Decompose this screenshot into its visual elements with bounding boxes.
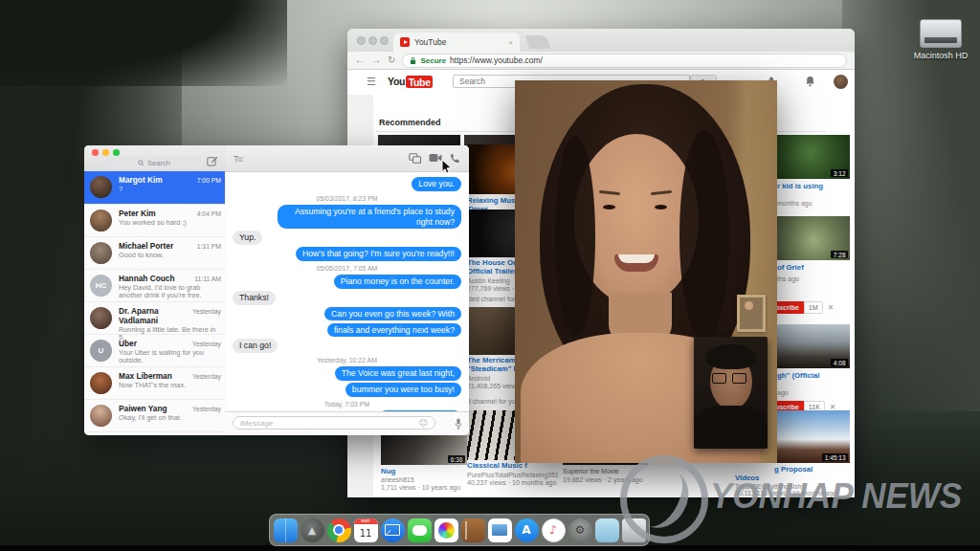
wallpaper-cliff-right: [842, 0, 980, 411]
message-bubble: Love you.: [412, 177, 461, 191]
video-thumbnail[interactable]: 7:28: [777, 216, 850, 260]
window-close-button[interactable]: [92, 149, 99, 156]
calendar-icon[interactable]: MAY11: [354, 518, 378, 542]
imessage-input[interactable]: iMessage ☺: [233, 416, 435, 430]
message-bubble: Can you even go this week? With: [324, 307, 461, 321]
reload-icon[interactable]: ↻: [388, 55, 395, 65]
timestamp: 05/05/2017, 7:05 AM: [317, 265, 378, 272]
itunes-icon[interactable]: ♪: [542, 518, 566, 542]
video-title[interactable]: gh" (Official: [777, 372, 850, 381]
close-tab-icon[interactable]: ×: [508, 38, 513, 47]
back-icon[interactable]: ←: [355, 55, 365, 65]
conversation-row[interactable]: Margot Kim7:00 PM?: [84, 171, 225, 204]
forward-icon[interactable]: →: [371, 55, 381, 65]
youtube-favicon: [400, 37, 410, 47]
url-field[interactable]: Secure https://www.youtube.com/: [402, 54, 847, 68]
conversation-row[interactable]: U UberYesterdayYour Uber is waiting for …: [84, 334, 225, 366]
message-thread: Love you. 05/03/2017, 8:23 PM Assuming y…: [225, 172, 469, 412]
system-preferences-icon[interactable]: ⚙: [568, 518, 592, 542]
avatar-initials: HC: [90, 275, 112, 297]
messages-icon[interactable]: [408, 518, 432, 542]
glasses-icon: [712, 373, 726, 384]
tab-title: YouTube: [414, 37, 503, 47]
account-avatar[interactable]: [834, 75, 848, 89]
facetime-video-window: [515, 80, 777, 463]
photos-icon[interactable]: [434, 518, 458, 542]
mouse-cursor: [441, 159, 453, 175]
subscriber-count: 1M: [804, 301, 823, 314]
microphone-icon[interactable]: [455, 418, 462, 430]
finder-icon[interactable]: [274, 518, 298, 542]
notifications-bell-icon[interactable]: [805, 76, 815, 87]
message-bubble: Assuming you're at a friend's place to s…: [278, 205, 461, 229]
youtube-logo[interactable]: YouTube: [388, 76, 433, 87]
video-duration: 3:12: [831, 169, 848, 177]
caller-smile: [614, 254, 658, 272]
dismiss-icon[interactable]: ✕: [823, 301, 835, 314]
messages-sidebar: Search Margot Kim7:00 PM? Peter Kim4:04 …: [84, 145, 226, 435]
video-call-icon[interactable]: [429, 153, 442, 163]
menu-icon[interactable]: ☰: [367, 76, 376, 88]
window-close-button[interactable]: [357, 36, 366, 45]
chat-header: To:: [225, 145, 469, 172]
message-bubble: I can go!: [233, 339, 278, 353]
video-title[interactable]: g Proposal: [774, 466, 851, 474]
compose-icon[interactable]: [207, 156, 218, 166]
disk-label: Macintosh HD: [907, 51, 974, 60]
video-title[interactable]: of Grief: [777, 264, 850, 273]
video-duration: 7:28: [831, 251, 848, 258]
logo-you: You: [388, 76, 405, 87]
video-title[interactable]: Nug: [381, 468, 486, 476]
preview-icon[interactable]: [488, 518, 512, 542]
sidebar-header: Search: [84, 145, 225, 172]
screen-share-icon[interactable]: [409, 153, 421, 164]
chrome-icon[interactable]: [327, 518, 351, 542]
secure-label: Secure: [420, 56, 446, 65]
caller-hair: [555, 136, 595, 337]
yonhap-watermark: YONHAP NEWS: [710, 475, 962, 516]
conversation-row[interactable]: HC Hannah Couch11:11 AMHey David, I'd lo…: [84, 269, 225, 301]
video-thumbnail[interactable]: 4:08: [777, 324, 850, 368]
search-placeholder: Search: [147, 159, 170, 167]
video-thumbnail[interactable]: 6:36: [381, 432, 467, 465]
timestamp: 05/03/2017, 8:23 PM: [317, 195, 378, 202]
downloads-icon[interactable]: [595, 518, 619, 542]
wall-photo-frame: [737, 295, 766, 332]
calendar-day: 11: [360, 524, 372, 542]
window-minimize-button[interactable]: [368, 36, 377, 45]
app-store-icon[interactable]: A: [515, 518, 539, 542]
conversation-list: Margot Kim7:00 PM? Peter Kim4:04 PMYou w…: [84, 171, 225, 435]
window-zoom-button[interactable]: [380, 36, 389, 45]
message-bubble: Piano money is on the counter.: [334, 275, 461, 289]
video-thumbnail[interactable]: 3:12: [777, 135, 850, 179]
video-meta: ths ago: [777, 276, 850, 282]
avatar: [90, 372, 112, 394]
conversation-row[interactable]: Peter Kim4:04 PMYou worked so hard ;): [84, 204, 225, 236]
conversation-row[interactable]: Dr. Aparna VadlamaniYesterdayRunning a l…: [84, 301, 225, 334]
video-channel[interactable]: aneesh815: [381, 476, 486, 483]
macintosh-hd-icon[interactable]: Macintosh HD: [907, 19, 974, 60]
launchpad-icon[interactable]: ▲: [301, 518, 324, 542]
lock-icon: [410, 56, 416, 65]
messages-window: Search Margot Kim7:00 PM? Peter Kim4:04 …: [84, 145, 469, 435]
browser-tab[interactable]: YouTube ×: [393, 33, 520, 52]
messages-search-field[interactable]: Search: [106, 157, 202, 168]
self-view-pip[interactable]: [694, 337, 768, 449]
search-icon: [138, 160, 145, 166]
new-tab-button[interactable]: [525, 35, 551, 49]
conversation-row[interactable]: Michael Porter1:31 PMGood to know.: [84, 236, 225, 269]
conversation-row[interactable]: Max LibermanYesterdayNow THAT's the max.: [84, 366, 225, 399]
conversation-row[interactable]: Mary CostaYesterdayThat's hilarious.: [84, 431, 225, 435]
window-minimize-button[interactable]: [102, 149, 109, 156]
mail-icon[interactable]: [381, 518, 405, 542]
video-meta: ago: [777, 389, 850, 396]
contacts-icon[interactable]: [461, 518, 485, 542]
conversation-row[interactable]: Paiwen YangYesterdayOkay, I'll get on th…: [84, 399, 225, 431]
video-title[interactable]: r kid is using: [777, 183, 850, 191]
glasses-icon: [732, 373, 746, 384]
avatar: [90, 307, 112, 329]
caller-hair: [679, 130, 729, 341]
emoji-icon[interactable]: ☺: [419, 419, 428, 428]
window-zoom-button[interactable]: [113, 149, 120, 156]
browser-tab-bar: YouTube ×: [347, 29, 855, 52]
